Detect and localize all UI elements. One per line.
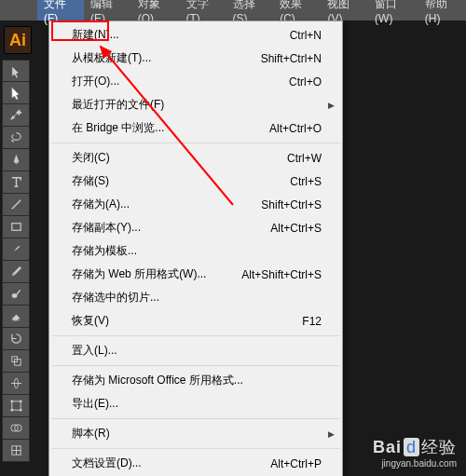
menu-item-shortcut: Alt+Shift+Ctrl+S xyxy=(241,268,322,281)
menu-item-20[interactable]: 脚本(R)▶ xyxy=(49,422,342,445)
tool-lasso[interactable] xyxy=(2,127,30,149)
tool-selection[interactable] xyxy=(2,60,30,82)
menu-item-label: 存储为 Microsoft Office 所用格式... xyxy=(72,373,243,388)
menu-5[interactable]: 效果(C) xyxy=(273,0,321,20)
menu-item-label: 从模板新建(T)... xyxy=(72,50,151,66)
menu-item-shortcut: Ctrl+W xyxy=(287,152,322,165)
menu-item-label: 存储为(A)... xyxy=(72,197,130,212)
menu-item-11[interactable]: 存储为 Web 所用格式(W)...Alt+Shift+Ctrl+S xyxy=(49,263,342,286)
menu-item-label: 存储副本(Y)... xyxy=(72,220,141,236)
menu-0[interactable]: 文件(F) xyxy=(37,0,84,20)
tool-rectangle[interactable] xyxy=(2,216,30,238)
menu-item-label: 关闭(C) xyxy=(72,150,110,166)
tool-brush[interactable] xyxy=(2,238,30,261)
svg-rect-0 xyxy=(11,224,20,231)
tool-eraser[interactable] xyxy=(2,306,30,328)
menu-3[interactable]: 文字(T) xyxy=(180,0,226,20)
svg-point-6 xyxy=(19,400,21,402)
menu-item-label: 文档设置(D)... xyxy=(72,456,142,471)
menu-8[interactable]: 帮助(H) xyxy=(418,0,466,20)
menu-item-12[interactable]: 存储选中的切片... xyxy=(49,286,342,309)
menu-item-label: 存储为 Web 所用格式(W)... xyxy=(72,266,206,282)
menu-item-7[interactable]: 存储(S)Ctrl+S xyxy=(49,170,342,193)
menu-item-label: 存储选中的切片... xyxy=(72,290,159,306)
menu-item-10[interactable]: 存储为模板... xyxy=(49,239,342,263)
menu-item-label: 打开(O)... xyxy=(72,74,119,89)
app-logo: Ai xyxy=(4,26,32,54)
menu-separator xyxy=(51,418,340,419)
menu-item-label: 在 Bridge 中浏览... xyxy=(72,120,164,136)
menu-item-label: 最近打开的文件(F) xyxy=(72,97,164,113)
menu-separator xyxy=(51,143,340,143)
tool-scale[interactable] xyxy=(2,350,30,373)
menu-item-2[interactable]: 打开(O)...Ctrl+O xyxy=(49,70,342,93)
menu-item-label: 脚本(R) xyxy=(72,426,110,442)
tool-line[interactable] xyxy=(2,194,30,216)
menu-separator xyxy=(51,335,340,336)
menu-item-6[interactable]: 关闭(C)Ctrl+W xyxy=(49,146,342,170)
svg-point-8 xyxy=(19,409,21,412)
tool-pencil[interactable] xyxy=(2,261,30,283)
menubar: 文件(F)编辑(E)对象(O)文字(T)选择(S)效果(C)视图(V)窗口(W)… xyxy=(0,0,466,20)
menu-item-18[interactable]: 导出(E)... xyxy=(49,392,342,415)
tool-direct-selection[interactable] xyxy=(2,82,30,104)
menu-item-label: 存储为模板... xyxy=(72,243,137,259)
tool-pen[interactable] xyxy=(2,149,30,171)
svg-point-5 xyxy=(10,400,13,402)
menu-item-shortcut: Ctrl+S xyxy=(290,175,322,188)
tool-mesh[interactable] xyxy=(2,440,30,462)
menu-item-0[interactable]: 新建(N)...Ctrl+N xyxy=(49,23,342,47)
svg-rect-4 xyxy=(11,401,20,410)
menu-item-3[interactable]: 最近打开的文件(F)▶ xyxy=(49,93,342,116)
menu-item-shortcut: Ctrl+N xyxy=(290,29,322,42)
menu-separator xyxy=(51,448,340,449)
menu-2[interactable]: 对象(O) xyxy=(131,0,180,20)
svg-point-1 xyxy=(11,293,17,298)
menu-item-shortcut: Alt+Ctrl+O xyxy=(269,122,322,135)
menu-item-shortcut: Shift+Ctrl+N xyxy=(261,52,322,65)
menu-item-label: 存储(S) xyxy=(72,173,109,189)
menu-item-1[interactable]: 从模板新建(T)...Shift+Ctrl+N xyxy=(49,47,342,70)
menu-item-17[interactable]: 存储为 Microsoft Office 所用格式... xyxy=(49,369,342,392)
tool-free-transform[interactable] xyxy=(2,395,30,417)
submenu-arrow-icon: ▶ xyxy=(328,101,335,110)
menu-4[interactable]: 选择(S) xyxy=(226,0,274,20)
menu-item-22[interactable]: 文档设置(D)...Alt+Ctrl+P xyxy=(49,452,342,475)
tool-shape-builder[interactable] xyxy=(2,417,30,440)
tool-type[interactable] xyxy=(2,171,30,194)
svg-point-7 xyxy=(10,409,13,412)
menu-item-13[interactable]: 恢复(V)F12 xyxy=(49,309,342,333)
menu-item-shortcut: F12 xyxy=(302,315,322,328)
menu-item-8[interactable]: 存储为(A)...Shift+Ctrl+S xyxy=(49,193,342,216)
tool-rotate[interactable] xyxy=(2,328,30,350)
menu-item-shortcut: Shift+Ctrl+S xyxy=(261,198,322,211)
menu-item-shortcut: Alt+Ctrl+P xyxy=(270,457,322,470)
menu-item-4[interactable]: 在 Bridge 中浏览...Alt+Ctrl+O xyxy=(49,116,342,140)
menu-6[interactable]: 视图(V) xyxy=(321,0,368,20)
menu-item-label: 恢复(V) xyxy=(72,313,109,329)
tool-blob[interactable] xyxy=(2,283,30,306)
menu-separator xyxy=(51,365,340,366)
menu-item-label: 置入(L)... xyxy=(72,343,117,359)
submenu-arrow-icon: ▶ xyxy=(328,429,335,439)
tool-wand[interactable] xyxy=(2,104,30,127)
menu-item-label: 导出(E)... xyxy=(72,396,118,412)
menu-item-9[interactable]: 存储副本(Y)...Alt+Ctrl+S xyxy=(49,216,342,239)
menu-item-shortcut: Alt+Ctrl+S xyxy=(270,222,322,235)
menu-item-label: 新建(N)... xyxy=(72,27,119,43)
menu-7[interactable]: 窗口(W) xyxy=(368,0,418,20)
menu-item-15[interactable]: 置入(L)... xyxy=(49,339,342,362)
tool-width[interactable] xyxy=(2,373,30,395)
menu-1[interactable]: 编辑(E) xyxy=(84,0,131,20)
menu-item-shortcut: Ctrl+O xyxy=(289,75,322,88)
watermark: Baid经验 jingyan.baidu.com xyxy=(373,436,457,469)
tools-panel xyxy=(2,60,32,462)
file-menu-dropdown: 新建(N)...Ctrl+N从模板新建(T)...Shift+Ctrl+N打开(… xyxy=(48,20,343,476)
